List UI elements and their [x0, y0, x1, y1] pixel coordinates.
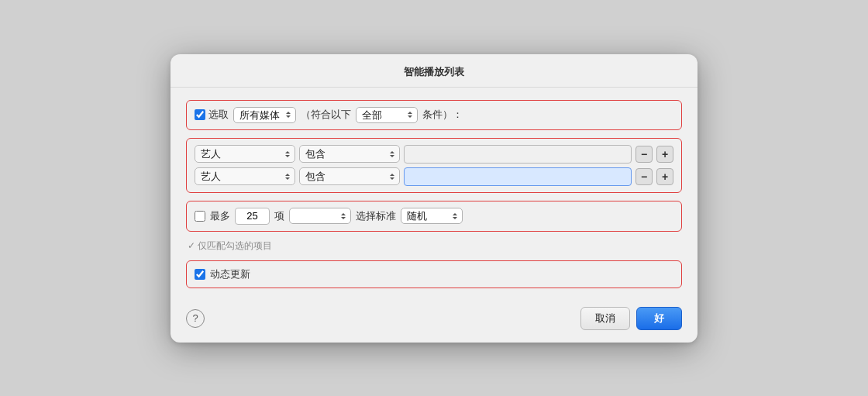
sort-label: 选择标准 — [356, 209, 396, 223]
smart-playlist-dialog: 智能播放列表 选取 所有媒体 （符合以下 全部 条件）： — [170, 54, 698, 343]
condition-operator-2[interactable]: 包含 — [299, 167, 400, 185]
paren-open-label: （符合以下 — [301, 108, 351, 122]
condition-value-1[interactable] — [404, 145, 632, 164]
items-label: 项 — [274, 209, 284, 223]
sort-select[interactable]: 随机 — [401, 208, 463, 224]
dynamic-update-section: 动态更新 — [186, 260, 682, 288]
limit-value-input[interactable] — [235, 208, 270, 225]
select-label: 选取 — [208, 108, 229, 122]
media-type-row: 选取 所有媒体 （符合以下 全部 条件）： — [195, 107, 673, 123]
limit-row: 最多 项 选择标准 随机 — [195, 208, 673, 225]
match-type-select[interactable]: 全部 — [356, 107, 418, 123]
footer-buttons: 取消 好 — [580, 307, 682, 330]
help-button[interactable]: ? — [186, 309, 205, 328]
cancel-button[interactable]: 取消 — [580, 307, 630, 330]
condition-field-2[interactable]: 艺人 — [195, 167, 295, 185]
media-type-select[interactable]: 所有媒体 — [233, 107, 296, 123]
conditions-section: 艺人 包含 − + 艺人 包含 − + — [186, 138, 682, 193]
add-condition-1-button[interactable]: + — [656, 146, 673, 163]
condition-field-1[interactable]: 艺人 — [195, 145, 295, 163]
remove-condition-1-button[interactable]: − — [636, 146, 653, 163]
limit-section: 最多 项 选择标准 随机 — [186, 201, 682, 232]
add-condition-2-button[interactable]: + — [656, 168, 673, 185]
media-type-section: 选取 所有媒体 （符合以下 全部 条件）： — [186, 100, 682, 130]
ok-button[interactable]: 好 — [636, 307, 682, 330]
condition-operator-1[interactable]: 包含 — [299, 145, 400, 163]
condition-row-1: 艺人 包含 − + — [195, 145, 673, 164]
dynamic-update-label: 动态更新 — [210, 267, 250, 281]
condition-value-2[interactable] — [404, 167, 632, 186]
remove-condition-2-button[interactable]: − — [636, 168, 653, 185]
dynamic-update-checkbox[interactable] — [195, 269, 205, 280]
dynamic-update-row: 动态更新 — [195, 267, 673, 281]
paren-close-label: 条件）： — [422, 108, 463, 122]
dialog-title: 智能播放列表 — [170, 54, 698, 88]
dialog-footer: ? 取消 好 — [170, 299, 698, 343]
match-only-label: ✓ 仅匹配勾选的项目 — [186, 239, 682, 253]
select-checkbox[interactable] — [195, 109, 205, 120]
limit-unit-select[interactable] — [289, 208, 351, 224]
max-label: 最多 — [210, 209, 230, 223]
dialog-body: 选取 所有媒体 （符合以下 全部 条件）： 艺人 包含 — [170, 88, 698, 299]
condition-row-2: 艺人 包含 − + — [195, 167, 673, 186]
limit-checkbox[interactable] — [195, 211, 205, 222]
select-checkbox-wrapper: 选取 — [195, 108, 229, 122]
